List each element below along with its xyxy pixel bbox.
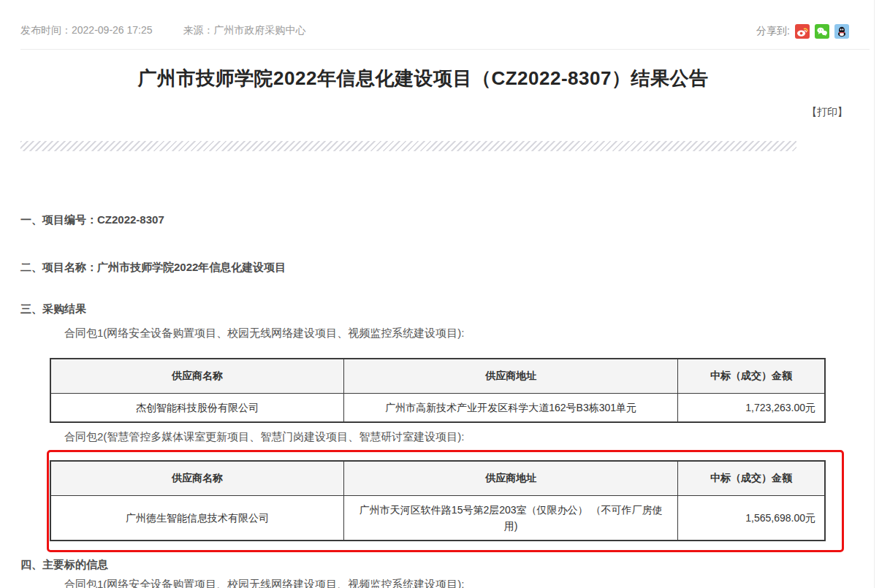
clipped-bottom-text: 合同包1(网络安全设备购置项目、校园无线网络建设项目、视频监控系统建设项目): <box>64 577 465 588</box>
publish-time-label: 发布时间： <box>20 24 72 36</box>
table-row: 杰创智能科技股份有限公司 广州市高新技术产业开发区科学大道162号B3栋301单… <box>50 393 825 422</box>
right-border-rule <box>874 0 875 588</box>
table-row: 广州德生智能信息技术有限公司 广州市天河区软件路15号第2层203室（仅限办公）… <box>50 495 825 541</box>
share-label: 分享到: <box>756 25 790 38</box>
column-header-award-amount: 中标（成交）金额 <box>678 461 825 495</box>
column-header-supplier-name: 供应商名称 <box>50 359 344 393</box>
package1-label: 合同包1(网络安全设备购置项目、校园无线网络建设项目、视频监控系统建设项目): <box>64 326 465 340</box>
publish-meta: 发布时间：2022-09-26 17:25来源：广州市政府采购中心 <box>20 24 306 37</box>
header-divider <box>20 49 870 50</box>
column-header-supplier-name: 供应商名称 <box>50 461 344 495</box>
source-value: 广州市政府采购中心 <box>214 24 306 36</box>
weibo-icon[interactable] <box>795 24 810 39</box>
publish-time-value: 2022-09-26 17:25 <box>72 24 153 36</box>
award-amount-cell: 1,723,263.00元 <box>678 393 825 422</box>
share-bar: 分享到: <box>756 24 849 39</box>
print-button[interactable]: 【打印】 <box>807 106 848 119</box>
package2-label: 合同包2(智慧管控多媒体课室更新项目、智慧门岗建设项目、智慧研讨室建设项目): <box>64 429 465 444</box>
column-header-supplier-address: 供应商地址 <box>344 461 678 495</box>
column-header-supplier-address: 供应商地址 <box>344 359 678 393</box>
section-project-name: 二、项目名称：广州市技师学院2022年信息化建设项目 <box>20 260 286 275</box>
award-amount-cell: 1,565,698.00元 <box>678 495 825 541</box>
supplier-name-cell: 广州德生智能信息技术有限公司 <box>50 495 344 541</box>
package2-result-table: 供应商名称 供应商地址 中标（成交）金额 广州德生智能信息技术有限公司 广州市天… <box>50 460 826 541</box>
supplier-address-cell: 广州市天河区软件路15号第2层203室（仅限办公） （不可作厂房使用) <box>344 495 678 541</box>
section-project-number: 一、项目编号：CZ2022-8307 <box>20 213 164 227</box>
page-title: 广州市技师学院2022年信息化建设项目（CZ2022-8307）结果公告 <box>20 66 826 91</box>
table-header-row: 供应商名称 供应商地址 中标（成交）金额 <box>50 359 825 393</box>
announcement-page: 发布时间：2022-09-26 17:25来源：广州市政府采购中心 分享到: <box>0 0 890 588</box>
hatched-divider <box>20 141 796 151</box>
section-procurement-result: 三、采购结果 <box>20 302 86 316</box>
column-header-award-amount: 中标（成交）金额 <box>678 359 825 393</box>
table-header-row: 供应商名称 供应商地址 中标（成交）金额 <box>50 461 825 495</box>
source-label: 来源： <box>183 24 214 36</box>
section-main-subject-info: 四、主要标的信息 <box>20 557 108 572</box>
package1-result-table: 供应商名称 供应商地址 中标（成交）金额 杰创智能科技股份有限公司 广州市高新技… <box>50 358 826 423</box>
qq-icon[interactable] <box>834 24 849 39</box>
wechat-icon[interactable] <box>815 24 829 39</box>
supplier-name-cell: 杰创智能科技股份有限公司 <box>50 393 344 422</box>
supplier-address-cell: 广州市高新技术产业开发区科学大道162号B3栋301单元 <box>344 393 678 422</box>
